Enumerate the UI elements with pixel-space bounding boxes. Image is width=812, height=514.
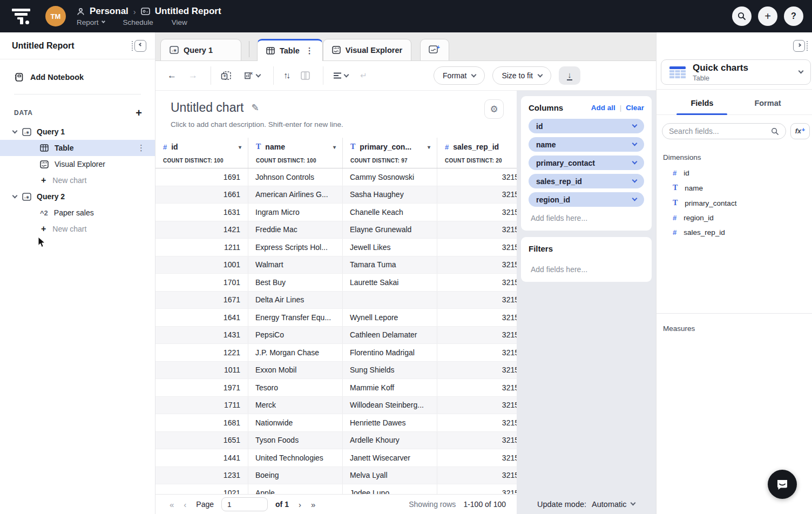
chevron-down-icon[interactable] bbox=[632, 159, 638, 165]
chevron-down-icon[interactable] bbox=[632, 196, 638, 201]
table-row[interactable]: 1651Tyson FoodsArdelle Khoury3215 bbox=[155, 432, 517, 450]
column-header-id[interactable]: #id▾ COUNT DISTINCT: 100 bbox=[155, 138, 248, 168]
search-button[interactable] bbox=[732, 6, 752, 26]
align-button[interactable] bbox=[333, 72, 348, 79]
format-button[interactable]: Format bbox=[434, 66, 485, 85]
table-row[interactable]: 1711MerckWillodean Steinberg...3215 bbox=[155, 397, 517, 415]
tab-format[interactable]: Format bbox=[740, 90, 795, 114]
chevron-down-icon[interactable] bbox=[632, 123, 638, 128]
column-header-name[interactable]: Tname▾ COUNT DISTINCT: 100 bbox=[248, 138, 343, 168]
breadcrumb-report-title[interactable]: Untitled Report bbox=[155, 6, 221, 17]
table-row[interactable]: 1431PepsiCoCathleen Delamater3215 bbox=[155, 327, 517, 344]
table-row[interactable]: 1641Energy Transfer Equ...Wynell Lepore3… bbox=[155, 309, 517, 327]
edit-title-icon[interactable]: ✎ bbox=[252, 102, 259, 113]
chevron-down-icon[interactable] bbox=[632, 141, 638, 146]
filters-add-fields-placeholder[interactable]: Add fields here... bbox=[529, 262, 644, 275]
add-column-button[interactable]: + bbox=[221, 71, 232, 80]
expander-icon[interactable] bbox=[12, 128, 18, 133]
chart-title[interactable]: Untitled chart bbox=[171, 100, 244, 115]
search-fields-input[interactable] bbox=[669, 127, 767, 136]
breadcrumb-workspace[interactable]: Personal bbox=[90, 6, 128, 17]
sidebar-item-table[interactable]: Table ⋮ bbox=[0, 140, 155, 156]
help-button[interactable]: ? bbox=[784, 6, 803, 26]
tab-query1[interactable]: -∗ Query 1 bbox=[160, 39, 241, 60]
avatar[interactable]: TM bbox=[45, 6, 66, 26]
wrap-text-button[interactable]: ↵ bbox=[360, 71, 367, 80]
add-all-link[interactable]: Add all bbox=[591, 104, 615, 112]
first-page-button[interactable]: « bbox=[170, 500, 174, 509]
column-header-primary-contact[interactable]: Tprimary_con...▾ COUNT DISTINCT: 97 bbox=[343, 138, 437, 168]
tab-table[interactable]: Table ⋮ bbox=[257, 39, 323, 61]
clear-link[interactable]: Clear bbox=[626, 104, 644, 112]
sidebar-item-query1[interactable]: -∗ Query 1 bbox=[0, 124, 155, 140]
prev-page-button[interactable]: ‹ bbox=[184, 500, 186, 509]
column-dropdown-icon[interactable]: ▾ bbox=[333, 144, 336, 150]
sort-button[interactable]: ↑↓ bbox=[283, 71, 289, 80]
table-row[interactable]: 1631Ingram MicroChanelle Keach3215 bbox=[155, 204, 517, 221]
column-dropdown-icon[interactable]: ▾ bbox=[428, 144, 430, 150]
table-row[interactable]: 1021AppleJodee Lupo3215 bbox=[155, 484, 517, 494]
table-row[interactable]: 1231BoeingMelva Lyall3215 bbox=[155, 467, 517, 485]
tab-menu-icon[interactable]: ⋮ bbox=[306, 46, 314, 56]
sidebar-item-query2[interactable]: -∗ Query 2 bbox=[0, 188, 155, 205]
redo-button[interactable]: → bbox=[188, 70, 198, 81]
columns-add-fields-placeholder[interactable]: Add fields here... bbox=[529, 211, 644, 224]
sidebar-new-chart-query2[interactable]: + New chart bbox=[0, 221, 155, 237]
table-row[interactable]: 1221J.P. Morgan ChaseFlorentino Madrigal… bbox=[155, 344, 517, 362]
table-row[interactable]: 1211Express Scripts Hol...Jewell Likes32… bbox=[155, 239, 517, 256]
table-row[interactable]: 1661American Airlines G...Sasha Haughey3… bbox=[155, 186, 517, 204]
collapse-right-panel-button[interactable] bbox=[793, 40, 808, 52]
tab-fields[interactable]: Fields bbox=[676, 90, 727, 114]
add-formula-button[interactable]: fx+ bbox=[790, 123, 810, 139]
quick-charts-dropdown[interactable]: Quick charts Table bbox=[661, 59, 811, 85]
add-button[interactable]: + bbox=[758, 6, 777, 26]
sidebar-item-paper-sales[interactable]: ^2 Paper sales bbox=[0, 205, 155, 221]
column-dropdown-icon[interactable]: ▾ bbox=[239, 144, 241, 150]
add-data-button[interactable]: + bbox=[136, 107, 142, 118]
table-row[interactable]: 1681NationwideHenriette Dawes3215 bbox=[155, 414, 517, 432]
table-row[interactable]: 1671Delta Air Lines3215 bbox=[155, 292, 517, 309]
column-pill-sales_rep_id[interactable]: sales_rep_id bbox=[529, 174, 644, 188]
menu-schedule[interactable]: Schedule bbox=[123, 18, 153, 26]
column-pill-region_id[interactable]: region_id bbox=[529, 192, 644, 207]
dimension-item-sales_rep_id[interactable]: #sales_rep_id bbox=[657, 225, 812, 240]
last-page-button[interactable]: » bbox=[311, 500, 315, 509]
dimension-item-primary_contact[interactable]: Tprimary_contact bbox=[657, 195, 812, 211]
item-menu-icon[interactable]: ⋮ bbox=[137, 143, 145, 153]
chat-support-button[interactable] bbox=[768, 470, 797, 499]
column-settings-button[interactable] bbox=[301, 71, 310, 80]
sidebar-new-chart-query1[interactable]: + New chart bbox=[0, 172, 155, 188]
sidebar-item-visual-explorer[interactable]: Visual Explorer bbox=[0, 156, 155, 172]
download-button[interactable]: ↓ bbox=[559, 66, 580, 85]
remove-column-button[interactable]: x bbox=[243, 71, 260, 80]
table-row[interactable]: 1701Best BuyLaurette Sakai3215 bbox=[155, 274, 517, 292]
column-header-sales-rep-id[interactable]: #sales_rep_id COUNT DISTINCT: 20 bbox=[437, 138, 517, 168]
column-pill-id[interactable]: id bbox=[529, 119, 644, 133]
dimension-item-id[interactable]: #id bbox=[657, 166, 812, 180]
dimension-item-name[interactable]: Tname bbox=[657, 180, 812, 195]
next-page-button[interactable]: › bbox=[299, 500, 301, 509]
column-pill-name[interactable]: name bbox=[529, 137, 644, 152]
table-row[interactable]: 1011Exxon MobilSung Shields3215 bbox=[155, 362, 517, 380]
table-row[interactable]: 1441United TechnologiesJanett Wisecarver… bbox=[155, 449, 517, 467]
table-row[interactable]: 1001WalmartTamara Tuma3215 bbox=[155, 256, 517, 274]
app-logo-icon[interactable] bbox=[11, 5, 32, 27]
collapse-sidebar-button[interactable] bbox=[132, 40, 146, 52]
dimension-item-region_id[interactable]: #region_id bbox=[657, 211, 812, 225]
column-pill-primary_contact[interactable]: primary_contact bbox=[529, 155, 644, 170]
update-mode-select[interactable]: Automatic bbox=[592, 500, 634, 509]
table-row[interactable]: 1691Johnson ControlsCammy Sosnowski3215 bbox=[155, 168, 517, 186]
tab-visual-explorer[interactable]: Visual Explorer bbox=[323, 39, 411, 60]
menu-report[interactable]: Report bbox=[77, 18, 105, 26]
chevron-down-icon[interactable] bbox=[632, 178, 638, 183]
page-input[interactable] bbox=[221, 497, 268, 511]
add-notebook-button[interactable]: Add Notebook bbox=[14, 72, 155, 82]
table-row[interactable]: 1971TesoroMammie Koff3215 bbox=[155, 379, 517, 397]
new-chart-tab-button[interactable]: + bbox=[420, 39, 449, 60]
menu-view[interactable]: View bbox=[172, 18, 187, 26]
chart-description-placeholder[interactable]: Click to add chart description. Shift-en… bbox=[171, 120, 503, 128]
expander-icon[interactable] bbox=[12, 193, 18, 198]
size-to-fit-button[interactable]: Size to fit bbox=[492, 66, 551, 85]
chart-settings-button[interactable]: ⚙ bbox=[484, 99, 504, 119]
undo-button[interactable]: ← bbox=[167, 70, 177, 81]
